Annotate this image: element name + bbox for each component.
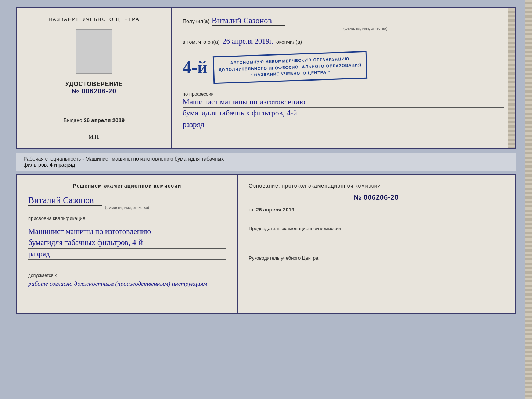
date-prefix: от [249,207,254,213]
bottom-date: 26 апреля 2019 [256,207,294,213]
chairman-label: Председатель экаменационной комиссии [249,225,504,232]
profession-prefix: по профессии [183,91,504,97]
bottom-right-stripe [525,0,532,399]
cert-label: УДОСТОВЕРЕНИЕ [65,81,123,88]
bottom-person-name: Виталий Сазонов [28,195,102,206]
chairman-block: Председатель экаменационной комиссии [249,225,504,242]
qual-line2: бумагидля табачных фильтров, 4-й [28,237,226,248]
top-left-panel: НАЗВАНИЕ УЧЕБНОГО ЦЕНТРА УДОСТОВЕРЕНИЕ №… [17,8,172,148]
bottom-document: Решением экаменационной комиссии Виталий… [16,174,516,314]
speciality-text: Рабочая специальность - Машинист машины … [24,156,224,162]
bottom-date-row: от 26 апреля 2019 [249,207,504,213]
photo-placeholder [76,29,112,74]
allowed-block: допускается к работе согласно должностны… [28,269,226,288]
profession-line2: бумагидля табачных фильтров, 4-й [183,108,504,119]
recipient-prefix: Получил(а) [183,18,209,24]
date-handwritten: 26 апреля 2019г. [223,37,273,46]
mp-line: М.П. [89,134,100,140]
bottom-person-sub: (фамилия, имя, отчество) [28,206,226,210]
bottom-left-panel: Решением экаменационной комиссии Виталий… [17,175,238,313]
top-document: НАЗВАНИЕ УЧЕБНОГО ЦЕНТРА УДОСТОВЕРЕНИЕ №… [16,7,516,149]
assigned-label: присвоена квалификация [28,215,226,221]
top-right-panel: Получил(а) Виталий Сазонов (фамилия, имя… [172,8,515,148]
right-stripe [508,8,515,148]
finished-text: окончил(а) [276,39,302,45]
basis-label: Основание: протокол экаменационной комис… [249,183,504,189]
bottom-left-title: Решением экаменационной комиссии [28,183,226,189]
qual-line1: Машинист машины по изготовлению [28,226,226,237]
profession-line1: Машинист машины по изготовлению [183,97,504,108]
director-label: Руководитель учебного Центра [249,254,504,262]
bottom-person-block: Виталий Сазонов (фамилия, имя, отчество) [28,195,226,210]
issued-line: Выдано 26 апреля 2019 [64,117,125,123]
stamp-row: 4-й АВТОНОМНУЮ НЕКОММЕРЧЕСКУЮ ОРГАНИЗАЦИ… [183,52,504,83]
speciality-underline: фильтров, 4-й разряд [24,162,75,168]
profession-line3: разряд [183,119,504,130]
speciality-bar: Рабочая специальность - Машинист машины … [16,153,516,171]
profession-block: по профессии Машинист машины по изготовл… [183,91,504,130]
divider [61,104,127,104]
allowed-text: работе согласно должностным (производств… [28,280,207,288]
bottom-right-panel: Основание: протокол экаменационной комис… [238,175,515,313]
stamp-number: 4-й [183,58,208,76]
top-left-center-title: НАЗВАНИЕ УЧЕБНОГО ЦЕНТРА [48,17,139,22]
director-signature-line [249,271,315,271]
qual-block: Машинист машины по изготовлению бумагидл… [28,226,226,260]
chairman-signature-line [249,242,315,242]
allowed-prefix: допускается к [28,273,57,278]
date-row: в том, что он(а) 26 апреля 2019г. окончи… [183,37,504,46]
recipient-name: Виталий Сазонов [212,16,285,26]
cert-number: № 006206-20 [65,88,123,95]
qual-line3: разряд [28,249,226,260]
recipient-sub: (фамилия, имя, отчество) [227,26,504,31]
stamp-box: АВТОНОМНУЮ НЕКОММЕРЧЕСКУЮ ОРГАНИЗАЦИЮ ДО… [212,51,367,84]
bottom-right-number: № 006206-20 [249,194,504,202]
director-block: Руководитель учебного Центра [249,254,504,271]
recipient-row: Получил(а) Виталий Сазонов [183,16,504,26]
intro-text: в том, что он(а) [183,39,220,45]
